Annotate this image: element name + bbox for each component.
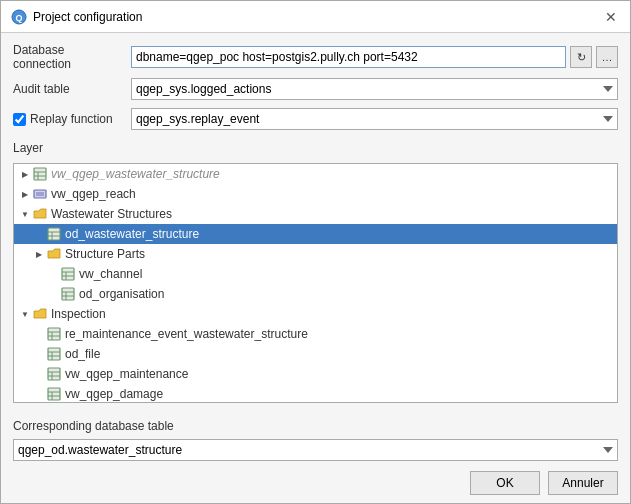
tree-toggle[interactable] (32, 347, 46, 361)
tree-item[interactable]: vw_qgep_maintenance (14, 364, 617, 384)
tree-node-icon (32, 306, 48, 322)
db-connection-label: Database connection (13, 43, 123, 71)
tree-item[interactable]: re_maintenance_event_wastewater_structur… (14, 324, 617, 344)
tree-node-label: re_maintenance_event_wastewater_structur… (65, 327, 308, 341)
close-button[interactable]: ✕ (602, 8, 620, 26)
db-connection-row: Database connection ↻ … (13, 43, 618, 71)
tree-node-icon (46, 346, 62, 362)
db-connection-input[interactable] (131, 46, 566, 68)
replay-function-checkbox-label[interactable]: Replay function (13, 112, 123, 126)
tree-item[interactable]: ▼Wastewater Structures (14, 204, 617, 224)
tree-item[interactable]: od_wastewater_structure (14, 224, 617, 244)
tree-toggle[interactable] (32, 367, 46, 381)
tree-node-icon (46, 326, 62, 342)
tree-item[interactable]: ▶Structure Parts (14, 244, 617, 264)
dialog-title: Project configuration (33, 10, 142, 24)
ok-button[interactable]: OK (470, 471, 540, 495)
tree-item[interactable]: ▼Inspection (14, 304, 617, 324)
audit-table-row: Audit table qgep_sys.logged_actions (13, 77, 618, 101)
tree-toggle[interactable]: ▶ (18, 167, 32, 181)
tree-node-label: vw_qgep_maintenance (65, 367, 188, 381)
dialog-window: Q Project configuration ✕ Database conne… (0, 0, 631, 504)
refresh-icon: ↻ (577, 51, 586, 64)
tree-node-label: vw_qgep_wastewater_structure (51, 167, 220, 181)
replay-function-select[interactable]: qgep_sys.replay_event (131, 108, 618, 130)
tree-toggle[interactable] (32, 327, 46, 341)
tree-node-label: vw_qgep_reach (51, 187, 136, 201)
tree-node-icon (60, 286, 76, 302)
tree-node-icon (46, 246, 62, 262)
tree-toggle[interactable] (32, 227, 46, 241)
title-bar: Q Project configuration ✕ (1, 1, 630, 33)
svg-rect-17 (62, 288, 74, 300)
tree-item[interactable]: vw_qgep_damage (14, 384, 617, 403)
tree-node-icon (60, 266, 76, 282)
tree-toggle[interactable] (32, 387, 46, 401)
tree-item[interactable]: ▶vw_qgep_reach (14, 184, 617, 204)
svg-rect-2 (34, 168, 46, 180)
button-row: OK Annuler (13, 467, 618, 495)
tree-toggle[interactable]: ▶ (18, 187, 32, 201)
corresponding-table-label: Corresponding database table (13, 419, 618, 433)
layer-tree[interactable]: ▶vw_qgep_wastewater_structure▶vw_qgep_re… (13, 163, 618, 403)
tree-item[interactable]: od_organisation (14, 284, 617, 304)
replay-function-label: Replay function (30, 112, 113, 126)
audit-table-select[interactable]: qgep_sys.logged_actions (131, 78, 618, 100)
db-connection-input-group: ↻ … (131, 46, 618, 68)
tree-node-icon (46, 386, 62, 402)
svg-rect-9 (48, 228, 60, 240)
qgep-icon: Q (11, 9, 27, 25)
title-bar-left: Q Project configuration (11, 9, 142, 25)
dots-icon: … (602, 51, 613, 63)
tree-toggle[interactable] (46, 267, 60, 281)
tree-node-icon (32, 206, 48, 222)
bottom-section: Corresponding database table qgep_od.was… (1, 413, 630, 503)
tree-node-label: vw_channel (79, 267, 142, 281)
replay-function-checkbox[interactable] (13, 113, 26, 126)
tree-toggle[interactable]: ▶ (32, 247, 46, 261)
svg-rect-29 (48, 368, 60, 380)
main-content: Database connection ↻ … Audit table qgep… (1, 33, 630, 413)
dots-button[interactable]: … (596, 46, 618, 68)
tree-item[interactable]: od_file (14, 344, 617, 364)
tree-node-label: Wastewater Structures (51, 207, 172, 221)
audit-table-label: Audit table (13, 82, 123, 96)
tree-toggle[interactable]: ▼ (18, 207, 32, 221)
tree-node-label: od_organisation (79, 287, 164, 301)
layer-section-label: Layer (13, 141, 618, 155)
tree-node-icon (46, 366, 62, 382)
tree-node-icon (32, 186, 48, 202)
tree-node-icon (46, 226, 62, 242)
svg-text:Q: Q (15, 13, 22, 23)
replay-function-row: Replay function qgep_sys.replay_event (13, 107, 618, 131)
tree-node-label: od_wastewater_structure (65, 227, 199, 241)
cancel-button[interactable]: Annuler (548, 471, 618, 495)
tree-toggle[interactable] (46, 287, 60, 301)
svg-rect-33 (48, 388, 60, 400)
tree-node-label: Structure Parts (65, 247, 145, 261)
svg-rect-25 (48, 348, 60, 360)
tree-item[interactable]: ▶vw_qgep_wastewater_structure (14, 164, 617, 184)
svg-rect-6 (34, 190, 46, 198)
tree-toggle[interactable]: ▼ (18, 307, 32, 321)
refresh-button[interactable]: ↻ (570, 46, 592, 68)
svg-rect-21 (48, 328, 60, 340)
tree-node-label: Inspection (51, 307, 106, 321)
corresponding-table-select[interactable]: qgep_od.wastewater_structure (13, 439, 618, 461)
tree-node-icon (32, 166, 48, 182)
svg-rect-13 (62, 268, 74, 280)
tree-node-label: od_file (65, 347, 100, 361)
tree-node-label: vw_qgep_damage (65, 387, 163, 401)
tree-item[interactable]: vw_channel (14, 264, 617, 284)
